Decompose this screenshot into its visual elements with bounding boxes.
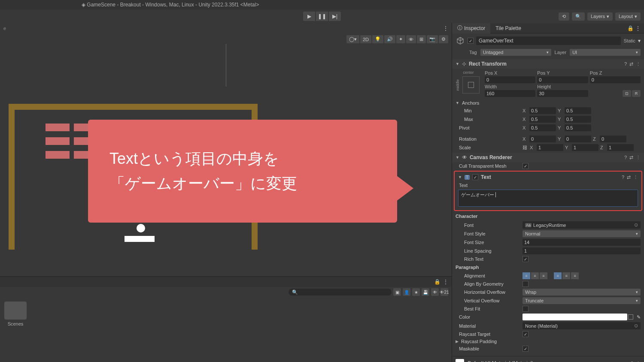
scale-y[interactable] — [572, 144, 598, 151]
raycast-padding-foldout[interactable]: ▶ — [456, 339, 459, 344]
menu-icon[interactable]: ⋮ — [636, 61, 641, 67]
rot-y[interactable] — [565, 136, 591, 142]
scale-x[interactable] — [537, 144, 563, 151]
anchor-min-x[interactable] — [529, 107, 556, 114]
align-top[interactable]: ≡ — [554, 272, 562, 279]
anchor-min-y[interactable] — [565, 107, 591, 114]
align-center[interactable]: ≡ — [531, 272, 539, 279]
raycast-target-checkbox[interactable] — [522, 331, 529, 337]
camera-button[interactable]: 📷 — [427, 35, 438, 43]
scale-z[interactable] — [607, 144, 634, 151]
filter-label-button[interactable]: 👤 — [403, 288, 410, 296]
material-field[interactable]: None (Material) — [522, 322, 641, 329]
2d-toggle-button[interactable]: 2D — [360, 35, 371, 43]
pos-y-input[interactable] — [537, 76, 588, 83]
audio-toggle[interactable]: 🔊 — [384, 35, 395, 43]
filter-type-button[interactable]: ▣ — [393, 288, 401, 296]
tag-dropdown[interactable]: Untagged — [480, 49, 551, 56]
tab-inspector[interactable]: ⓘ Inspector — [452, 23, 490, 33]
hidden-toggle[interactable]: 👁 — [406, 35, 416, 43]
menu-icon[interactable]: ⋮ — [636, 155, 641, 160]
v-overflow-dropdown[interactable]: Truncate — [522, 297, 641, 304]
save-search-button[interactable]: 💾 — [422, 288, 429, 296]
text-component-header[interactable]: ▼ T Text ?⇄⋮ — [455, 172, 641, 182]
panel-menu-icon[interactable]: ⋮ — [635, 25, 641, 31]
text-content-input[interactable]: ゲームオーバー — [458, 190, 638, 207]
gameobject-name-input[interactable] — [476, 36, 621, 45]
font-style-dropdown[interactable]: Normal — [522, 230, 641, 237]
best-fit-checkbox[interactable] — [522, 306, 529, 312]
preset-icon[interactable]: ⇄ — [629, 155, 633, 160]
default-material-row[interactable]: Default UI Material (Material) ?⋮ — [452, 356, 644, 362]
static-dropdown[interactable]: ▾ — [638, 38, 641, 44]
width-input[interactable] — [485, 90, 535, 97]
align-geometry-checkbox[interactable] — [522, 281, 529, 287]
layer-dropdown[interactable]: UI — [570, 49, 641, 56]
lock-icon[interactable]: 🔒 — [627, 25, 634, 31]
gizmos-dropdown[interactable]: ⚙ — [439, 35, 448, 43]
menu-icon[interactable]: ⋮ — [633, 175, 638, 180]
help-icon[interactable]: ? — [622, 175, 624, 180]
link-icon[interactable]: ⛓ — [522, 145, 527, 150]
eyedropper-icon[interactable]: ✎ — [637, 314, 641, 320]
raw-edit-button[interactable]: R — [632, 90, 641, 97]
layers-dropdown[interactable]: Layers ▾ — [587, 12, 613, 21]
pivot-y[interactable] — [565, 124, 591, 131]
align-bottom[interactable]: ≡ — [571, 272, 579, 279]
undo-history-button[interactable]: ⟲ — [559, 12, 569, 21]
help-icon[interactable]: ? — [624, 155, 627, 160]
pivot-x[interactable] — [529, 124, 556, 131]
align-right[interactable]: ≡ — [540, 272, 547, 279]
anchor-h-label: center — [463, 70, 474, 75]
hidden-visibility-button[interactable]: 👁 — [431, 288, 439, 296]
color-field[interactable] — [522, 314, 627, 320]
anchor-max-y[interactable] — [565, 116, 591, 123]
text-enabled-checkbox[interactable] — [472, 174, 478, 180]
gameobject-icon[interactable] — [456, 36, 465, 45]
project-search-input[interactable] — [289, 289, 392, 296]
rot-x[interactable] — [529, 136, 556, 142]
anchor-max-x[interactable] — [529, 116, 556, 123]
blueprint-mode-button[interactable]: ⊡ — [623, 90, 631, 97]
tab-tile-palette[interactable]: Tile Palette — [490, 24, 526, 33]
menu-icon[interactable]: ⋮ — [636, 361, 641, 362]
help-icon[interactable]: ? — [631, 361, 633, 362]
canvas-renderer-header[interactable]: ▼ 👁 Canvas Renderer ?⇄⋮ — [452, 153, 644, 162]
lighting-toggle[interactable]: 💡 — [372, 35, 383, 43]
pos-x-input[interactable] — [485, 76, 535, 83]
height-input[interactable] — [537, 90, 588, 97]
rot-z[interactable] — [600, 136, 626, 142]
font-size-input[interactable] — [522, 239, 641, 246]
pause-button[interactable]: ❚❚ — [316, 12, 328, 21]
line-spacing-input[interactable] — [522, 247, 641, 254]
anchor-preset-button[interactable] — [462, 76, 480, 94]
preset-icon[interactable]: ⇄ — [629, 61, 633, 67]
anchors-foldout[interactable]: ▼ — [456, 101, 459, 105]
lock-icon[interactable]: 🔒 — [434, 279, 440, 285]
layout-dropdown[interactable]: Layout ▾ — [615, 12, 641, 21]
search-global-button[interactable]: 🔍 — [572, 12, 585, 21]
help-icon[interactable]: ? — [624, 61, 627, 67]
rich-text-checkbox[interactable] — [522, 256, 529, 262]
gizmo-toggle[interactable]: ⊞ — [417, 35, 426, 43]
font-field[interactable]: AaLegacyRuntime — [522, 221, 641, 229]
hidden-count-badge[interactable]: 👁21 — [440, 288, 448, 296]
panel-menu-icon[interactable]: ⋮ — [443, 25, 448, 31]
panel-menu-icon[interactable]: ⋮ — [443, 279, 448, 285]
cull-checkbox[interactable] — [522, 163, 529, 169]
play-button[interactable]: ▶ — [303, 12, 315, 21]
h-overflow-dropdown[interactable]: Wrap — [522, 289, 641, 296]
align-middle[interactable]: ≡ — [562, 272, 570, 279]
folder-item-scenes[interactable]: Scenes — [4, 302, 27, 326]
step-button[interactable]: ▶| — [329, 12, 341, 21]
scene-tab-label[interactable]: e — [3, 26, 6, 31]
pos-z-input[interactable] — [590, 76, 641, 83]
draw-mode-button[interactable]: ◯▾ — [346, 35, 359, 43]
fx-toggle[interactable]: ✦ — [396, 35, 405, 43]
preset-icon[interactable]: ⇄ — [627, 175, 631, 180]
align-left[interactable]: ≡ — [522, 272, 530, 279]
favorite-button[interactable]: ★ — [412, 288, 420, 296]
maskable-checkbox[interactable] — [522, 346, 529, 352]
rect-transform-header[interactable]: ▼ ⊹ Rect Transform ? ⇄ ⋮ — [452, 59, 644, 69]
active-checkbox[interactable] — [468, 38, 474, 44]
